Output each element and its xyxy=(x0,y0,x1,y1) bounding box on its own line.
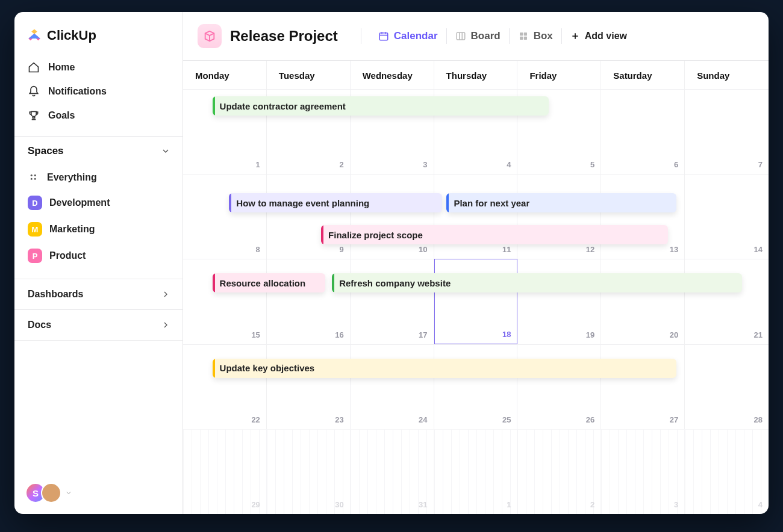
calendar-cell[interactable]: 11 xyxy=(434,174,518,259)
calendar-cell[interactable]: 28 xyxy=(685,344,769,429)
app-window: ClickUp Home Notifications Goals Spaces xyxy=(14,12,769,514)
calendar-event[interactable]: Refresh company website xyxy=(332,273,741,292)
calendar-cell[interactable]: 7 xyxy=(685,89,769,174)
calendar-event[interactable]: Resource allocation xyxy=(213,273,325,292)
calendar-date-number: 15 xyxy=(251,330,260,339)
space-everything-label: Everything xyxy=(47,172,97,183)
calendar-date-number: 7 xyxy=(758,160,763,169)
calendar-cell[interactable]: 24 xyxy=(351,344,434,429)
nav-notifications-label: Notifications xyxy=(48,86,107,97)
calendar-cell[interactable]: 10 xyxy=(351,174,434,259)
calendar-cell[interactable]: 16 xyxy=(267,259,351,344)
calendar-date-number: 8 xyxy=(256,245,260,254)
box-icon xyxy=(518,31,529,42)
calendar-event[interactable]: Plan for next year xyxy=(446,193,676,212)
calendar-icon xyxy=(378,31,389,42)
calendar-grid: 1234567891011121314151617181920212223242… xyxy=(183,89,769,514)
calendar-cell[interactable]: 19 xyxy=(517,259,601,344)
calendar-date-number: 21 xyxy=(754,330,763,339)
calendar-event[interactable]: How to manage event planning xyxy=(229,193,442,212)
project-icon[interactable] xyxy=(198,24,222,48)
view-tab-box[interactable]: Box xyxy=(518,30,553,42)
user-avatars[interactable]: S xyxy=(25,483,72,503)
project-title: Release Project xyxy=(230,28,338,45)
calendar-event[interactable]: Update key objectives xyxy=(213,359,677,378)
calendar-day-header: Tuesday xyxy=(267,61,351,89)
nav-dashboards[interactable]: Dashboards xyxy=(14,279,182,309)
calendar-cell[interactable]: 3 xyxy=(601,429,685,514)
calendar-cell[interactable]: 15 xyxy=(183,259,267,344)
calendar-cell[interactable]: 26 xyxy=(517,344,601,429)
main-area: Release Project Calendar Board Box xyxy=(183,12,769,514)
calendar-cell[interactable]: 21 xyxy=(685,259,769,344)
calendar-date-number: 4 xyxy=(758,500,763,509)
calendar-cell[interactable]: 23 xyxy=(267,344,351,429)
calendar-cell[interactable]: 18 xyxy=(434,259,518,344)
calendar-cell[interactable]: 22 xyxy=(183,344,267,429)
calendar-date-number: 11 xyxy=(502,245,511,254)
svg-rect-6 xyxy=(520,32,523,36)
calendar-date-number: 29 xyxy=(251,500,260,509)
calendar-cell[interactable]: 6 xyxy=(601,89,685,174)
calendar-day-header: Thursday xyxy=(434,61,518,89)
nav-home[interactable]: Home xyxy=(20,55,176,79)
calendar-cell[interactable]: 25 xyxy=(434,344,518,429)
calendar-date-number: 9 xyxy=(339,245,343,254)
svg-rect-8 xyxy=(520,37,523,40)
calendar-cell[interactable]: 27 xyxy=(601,344,685,429)
primary-nav: Home Notifications Goals xyxy=(14,54,182,136)
calendar-date-number: 26 xyxy=(586,415,594,424)
calendar: MondayTuesdayWednesdayThursdayFridaySatu… xyxy=(183,60,769,514)
calendar-cell[interactable]: 13 xyxy=(601,174,685,259)
calendar-date-number: 31 xyxy=(419,500,427,509)
space-marketing[interactable]: M Marketing xyxy=(20,216,176,243)
bell-icon xyxy=(28,85,40,97)
grid-dots-icon xyxy=(28,172,40,184)
calendar-date-number: 24 xyxy=(419,415,427,424)
calendar-cell[interactable]: 30 xyxy=(267,429,351,514)
calendar-cell[interactable]: 8 xyxy=(183,174,267,259)
calendar-date-number: 12 xyxy=(586,245,594,254)
view-tab-board[interactable]: Board xyxy=(455,30,501,42)
calendar-event[interactable]: Update contractor agreement xyxy=(213,96,549,116)
calendar-cell[interactable]: 29 xyxy=(183,429,267,514)
nav-notifications[interactable]: Notifications xyxy=(20,79,176,104)
add-view-button[interactable]: Add view xyxy=(570,31,627,42)
view-tab-calendar[interactable]: Calendar xyxy=(378,30,438,42)
svg-rect-4 xyxy=(379,33,388,40)
topbar: Release Project Calendar Board Box xyxy=(183,12,769,60)
space-product[interactable]: P Product xyxy=(20,243,176,269)
calendar-cell[interactable]: 4 xyxy=(685,429,769,514)
calendar-cell[interactable]: 20 xyxy=(601,259,685,344)
avatar-teammate[interactable] xyxy=(41,483,61,503)
calendar-event[interactable]: Finalize project scope xyxy=(321,225,668,244)
calendar-date-number: 22 xyxy=(251,415,260,424)
nav-dashboards-label: Dashboards xyxy=(28,289,83,300)
space-everything[interactable]: Everything xyxy=(20,165,176,190)
calendar-date-number: 30 xyxy=(335,500,343,509)
calendar-cell[interactable]: 1 xyxy=(434,429,518,514)
calendar-cell[interactable]: 9 xyxy=(267,174,351,259)
calendar-cell[interactable]: 2 xyxy=(517,429,601,514)
calendar-header: MondayTuesdayWednesdayThursdayFridaySatu… xyxy=(183,61,769,89)
brand-logo[interactable]: ClickUp xyxy=(14,12,182,54)
space-development[interactable]: D Development xyxy=(20,190,176,216)
nav-goals[interactable]: Goals xyxy=(20,104,176,128)
calendar-cell[interactable]: 31 xyxy=(351,429,434,514)
spaces-header-label: Spaces xyxy=(28,145,64,157)
calendar-date-number: 17 xyxy=(419,330,427,339)
space-development-label: Development xyxy=(49,197,110,208)
svg-rect-5 xyxy=(457,32,465,40)
view-tab-calendar-label: Calendar xyxy=(394,30,438,42)
space-product-label: Product xyxy=(49,250,86,261)
calendar-cell[interactable]: 17 xyxy=(351,259,434,344)
calendar-date-number: 28 xyxy=(754,415,763,424)
calendar-cell[interactable]: 12 xyxy=(517,174,601,259)
spaces-header[interactable]: Spaces xyxy=(14,137,182,165)
calendar-cell[interactable]: 14 xyxy=(685,174,769,259)
calendar-day-header: Monday xyxy=(183,61,267,89)
nav-docs[interactable]: Docs xyxy=(14,309,182,341)
svg-point-2 xyxy=(31,178,33,180)
calendar-date-number: 27 xyxy=(670,415,678,424)
calendar-date-number: 1 xyxy=(256,160,260,169)
